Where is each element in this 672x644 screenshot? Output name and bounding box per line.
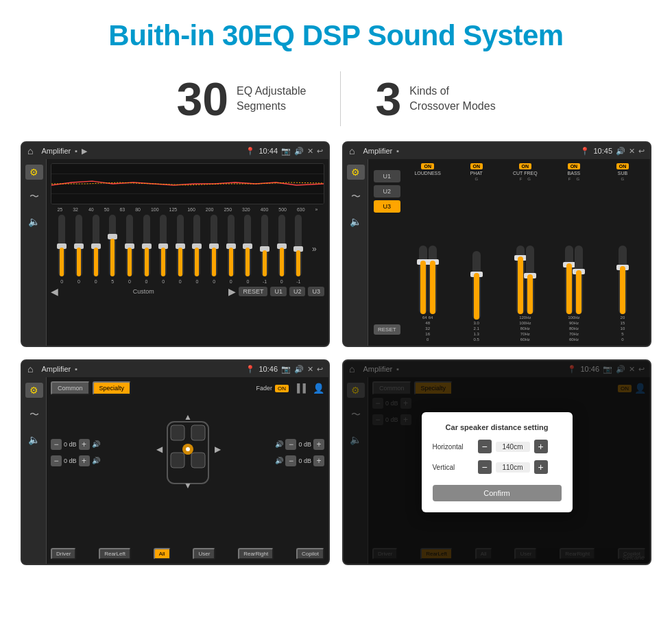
- u1-button[interactable]: U1: [270, 287, 287, 296]
- eq-slider-2[interactable]: 0: [93, 215, 99, 284]
- db-plus-fl[interactable]: +: [79, 439, 90, 450]
- time-specialty: 10:46: [259, 365, 278, 373]
- eq-icon[interactable]: ⚙: [25, 165, 43, 180]
- wave-icon[interactable]: 〜: [347, 189, 365, 204]
- speaker-icon[interactable]: 🔈: [347, 214, 365, 229]
- next-button[interactable]: ▶: [228, 286, 236, 297]
- db-plus-rl[interactable]: +: [79, 455, 90, 466]
- speaker-icon[interactable]: 🔈: [25, 432, 43, 447]
- wave-icon[interactable]: 〜: [25, 407, 43, 422]
- eq-slider-3[interactable]: 5: [109, 215, 116, 284]
- eq-slider-4[interactable]: 0: [126, 215, 133, 284]
- u1-preset[interactable]: U1: [374, 170, 400, 182]
- eq-slider-0[interactable]: 0: [58, 215, 65, 284]
- u3-button[interactable]: U3: [308, 287, 324, 296]
- volume-icon: 🔊: [294, 365, 304, 374]
- eq-sliders: 0 0 0 5 0: [51, 215, 324, 283]
- specialty-top-bar: Common Specialty Fader ON ▐▐ 👤: [51, 381, 324, 395]
- db-plus-rr[interactable]: +: [313, 455, 324, 466]
- screen-title-crossover: Amplifier: [363, 147, 392, 155]
- phat-label: PHAT: [470, 171, 483, 176]
- stats-row: 30 EQ AdjustableSegments 3 Kinds ofCross…: [0, 59, 672, 141]
- eq-icon[interactable]: ⚙: [25, 383, 43, 398]
- sub-on-badge[interactable]: ON: [616, 163, 629, 169]
- db-value-rr: 0 dB: [298, 457, 311, 464]
- db-control-rr: 🔊 − 0 dB +: [275, 455, 324, 466]
- prev-button[interactable]: ◀: [51, 286, 58, 297]
- specialty-tab[interactable]: Specialty: [93, 381, 132, 395]
- rear-right-button[interactable]: RearRight: [238, 548, 274, 560]
- eq-band-label: 63: [119, 207, 125, 212]
- record-icon: ▪: [396, 147, 399, 155]
- cutfreq-on-badge[interactable]: ON: [519, 163, 532, 169]
- db-plus-fr[interactable]: +: [313, 439, 324, 450]
- db-minus-rr[interactable]: −: [285, 455, 296, 466]
- eq-slider-6[interactable]: 0: [160, 215, 167, 284]
- vertical-row: Vertical − 110cm +: [433, 460, 562, 474]
- eq-slider-9[interactable]: 0: [211, 215, 217, 284]
- db-minus-fr[interactable]: −: [285, 439, 296, 450]
- eq-body: ⚙ 〜 🔈: [22, 159, 328, 346]
- svg-text:▼: ▼: [184, 481, 192, 490]
- speaker-icon[interactable]: 🔈: [25, 214, 43, 229]
- speaker-diagram-svg: ▲ ▼ ◀ ▶: [154, 415, 222, 490]
- rear-left-button[interactable]: RearLeft: [99, 548, 131, 560]
- preset-name: Custom: [61, 288, 226, 295]
- home-icon: ⌂: [27, 363, 33, 374]
- horizontal-plus[interactable]: +: [534, 440, 548, 453]
- crossover-layout: U1 U2 U3 RESET ON LOUDNESS: [372, 163, 646, 342]
- eq-slider-12[interactable]: -1: [261, 215, 268, 284]
- loudness-on-badge[interactable]: ON: [421, 163, 434, 169]
- bass-on-badge[interactable]: ON: [568, 163, 581, 169]
- wave-icon[interactable]: 〜: [25, 189, 43, 204]
- db-value-rl: 0 dB: [64, 457, 77, 464]
- fader-on-badge[interactable]: ON: [275, 385, 289, 392]
- horizontal-label: Horizontal: [433, 443, 474, 451]
- eq-slider-5[interactable]: 0: [143, 215, 150, 284]
- reset-btn[interactable]: RESET: [374, 324, 400, 335]
- location-icon: 📍: [245, 147, 255, 156]
- db-minus-fl[interactable]: −: [51, 439, 62, 450]
- horizontal-value: 140cm: [496, 442, 530, 452]
- eq-slider-10[interactable]: 0: [228, 215, 235, 284]
- status-bar-specialty: ⌂ Amplifier ▪ 📍 10:46 📷 🔊 ✕ ↩: [22, 361, 328, 377]
- eq-slider-11[interactable]: 0: [244, 215, 251, 284]
- u2-preset[interactable]: U2: [374, 185, 400, 198]
- vertical-plus[interactable]: +: [534, 460, 548, 474]
- eq-icon[interactable]: ⚙: [347, 165, 365, 180]
- phat-on-badge[interactable]: ON: [470, 163, 483, 169]
- phat-channel: ON PHAT G 3.0 2.1 1.3: [453, 163, 500, 342]
- distance-dialog: Car speaker distance setting Horizontal …: [422, 412, 573, 512]
- speaker-layout: − 0 dB + 🔊 − 0 dB + 🔊: [51, 398, 324, 545]
- svg-text:▶: ▶: [214, 444, 221, 454]
- db-minus-rl[interactable]: −: [51, 455, 62, 466]
- confirm-button[interactable]: Confirm: [433, 485, 562, 501]
- eq-slider-8[interactable]: 0: [193, 215, 200, 284]
- eq-main: 25 32 40 50 63 80 100 125 160 200 250 32…: [47, 159, 328, 346]
- all-button[interactable]: All: [154, 548, 171, 560]
- reset-button[interactable]: RESET: [239, 287, 267, 296]
- loudness-label: LOUDNESS: [414, 171, 441, 176]
- copilot-button[interactable]: Copilot: [296, 548, 324, 560]
- vertical-minus[interactable]: −: [478, 460, 492, 474]
- eq-slider-7[interactable]: 0: [177, 215, 184, 284]
- eq-slider-1[interactable]: 0: [75, 215, 82, 284]
- eq-slider-14[interactable]: -1: [295, 215, 302, 284]
- db-control-fl: − 0 dB + 🔊: [51, 439, 100, 450]
- u3-preset[interactable]: U3: [374, 200, 400, 213]
- more-icon: »: [315, 207, 318, 212]
- svg-point-10: [186, 447, 190, 451]
- more-bands-icon[interactable]: »: [312, 244, 317, 254]
- horizontal-minus[interactable]: −: [478, 440, 492, 453]
- eq-slider-13[interactable]: 0: [278, 215, 285, 284]
- user-button[interactable]: User: [193, 548, 215, 560]
- driver-button[interactable]: Driver: [51, 548, 76, 560]
- speaker-buttons-bar: Driver RearLeft All User RearRight Copil…: [51, 548, 324, 560]
- camera-icon: 📷: [281, 365, 291, 374]
- sub-label: SUB: [618, 171, 627, 176]
- u2-button[interactable]: U2: [289, 287, 306, 296]
- db-control-fr: 🔊 − 0 dB +: [275, 439, 324, 450]
- loudness-channel: ON LOUDNESS: [405, 163, 451, 342]
- stat-crossover-label: Kinds ofCrossover Modes: [409, 84, 495, 115]
- common-tab[interactable]: Common: [51, 381, 90, 395]
